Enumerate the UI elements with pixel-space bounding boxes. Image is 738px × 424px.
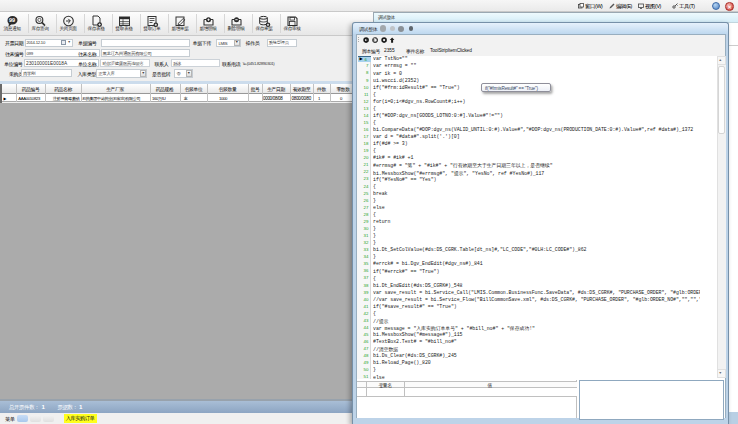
svg-text:99: 99 [8, 17, 14, 23]
